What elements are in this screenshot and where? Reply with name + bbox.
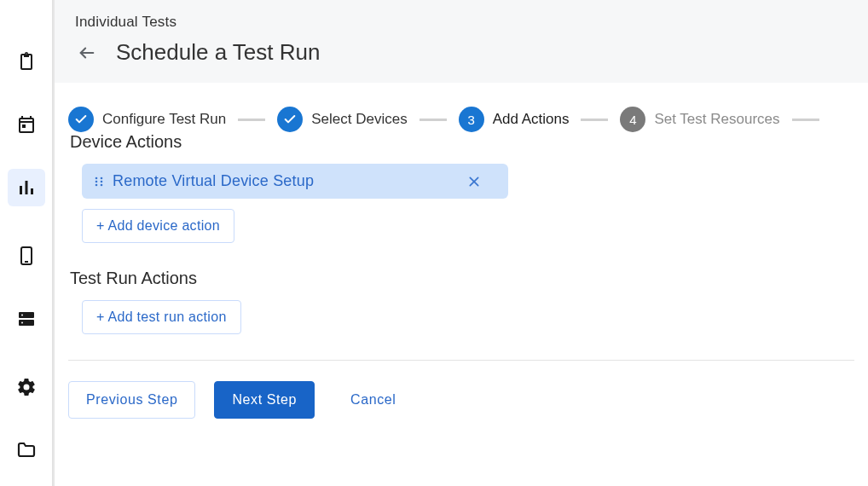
- gear-icon: [16, 377, 37, 397]
- clipboard-icon: [16, 51, 37, 72]
- remove-action-button[interactable]: [467, 175, 496, 188]
- step-current-number: 3: [459, 107, 484, 132]
- cancel-button[interactable]: Cancel: [333, 382, 413, 418]
- page-title: Schedule a Test Run: [116, 39, 320, 66]
- previous-step-button[interactable]: Previous Step: [68, 381, 195, 419]
- step-label: Configure Test Run: [102, 111, 226, 128]
- step-done-icon: [277, 107, 303, 132]
- arrow-left-icon: [78, 43, 96, 62]
- svg-rect-6: [19, 312, 34, 318]
- sidebar-smartphone[interactable]: [8, 237, 45, 275]
- step-divider: [581, 119, 608, 121]
- svg-point-11: [95, 176, 98, 179]
- step-label: Select Devices: [311, 111, 407, 128]
- svg-rect-2: [25, 181, 27, 194]
- sidebar-clipboard[interactable]: [8, 43, 45, 80]
- svg-point-15: [95, 183, 98, 186]
- device-actions-section: Device Actions Remote Virtual Device Set…: [68, 132, 868, 243]
- svg-point-13: [95, 180, 98, 182]
- test-run-actions-title: Test Run Actions: [70, 269, 854, 288]
- svg-point-16: [101, 183, 103, 186]
- check-icon: [74, 113, 88, 126]
- svg-rect-3: [31, 188, 33, 194]
- step-label: Add Actions: [493, 111, 570, 128]
- close-icon: [467, 175, 481, 188]
- svg-point-12: [101, 176, 103, 179]
- next-step-button[interactable]: Next Step: [214, 381, 315, 419]
- svg-point-14: [101, 180, 103, 182]
- step-divider: [420, 119, 447, 121]
- step-add-actions[interactable]: 3 Add Actions: [459, 107, 570, 132]
- calendar-icon: [16, 114, 37, 135]
- svg-point-9: [21, 322, 23, 324]
- add-device-action-button[interactable]: + Add device action: [82, 209, 234, 243]
- breadcrumb: Individual Tests: [75, 14, 848, 31]
- svg-rect-1: [20, 186, 22, 194]
- step-label: Set Test Resources: [654, 111, 779, 128]
- svg-rect-7: [19, 320, 34, 326]
- device-actions-title: Device Actions: [70, 132, 854, 152]
- sidebar-bar-chart[interactable]: [8, 169, 45, 206]
- header: Individual Tests Schedule a Test Run: [55, 0, 868, 83]
- check-icon: [283, 113, 297, 126]
- step-upcoming-number: 4: [620, 107, 645, 132]
- sidebar-settings[interactable]: [8, 368, 45, 406]
- main: Individual Tests Schedule a Test Run Con…: [53, 0, 868, 486]
- svg-point-8: [21, 315, 23, 316]
- device-action-item[interactable]: Remote Virtual Device Setup: [82, 164, 508, 199]
- smartphone-icon: [16, 246, 37, 266]
- step-divider: [238, 119, 265, 121]
- sidebar: [0, 0, 53, 486]
- add-test-run-action-button[interactable]: + Add test run action: [82, 300, 241, 334]
- test-run-actions-section: Test Run Actions + Add test run action: [68, 269, 868, 334]
- divider: [68, 360, 854, 361]
- folder-icon: [16, 440, 37, 460]
- step-done-icon: [68, 107, 94, 132]
- sidebar-server[interactable]: [8, 300, 45, 338]
- stepper: Configure Test Run Select Devices: [55, 107, 868, 132]
- sidebar-folder[interactable]: [8, 431, 45, 469]
- device-action-label: Remote Virtual Device Setup: [113, 172, 467, 190]
- drag-handle-icon[interactable]: [94, 176, 104, 187]
- server-icon: [16, 309, 37, 329]
- sidebar-calendar[interactable]: [8, 106, 45, 143]
- step-set-test-resources[interactable]: 4 Set Test Resources: [620, 107, 779, 132]
- step-select-devices[interactable]: Select Devices: [277, 107, 407, 132]
- step-divider: [792, 119, 819, 121]
- back-button[interactable]: [75, 41, 99, 65]
- step-configure-test-run[interactable]: Configure Test Run: [68, 107, 226, 132]
- svg-rect-0: [22, 124, 26, 128]
- footer: Previous Step Next Step Cancel: [55, 381, 868, 419]
- bar-chart-icon: [16, 177, 37, 198]
